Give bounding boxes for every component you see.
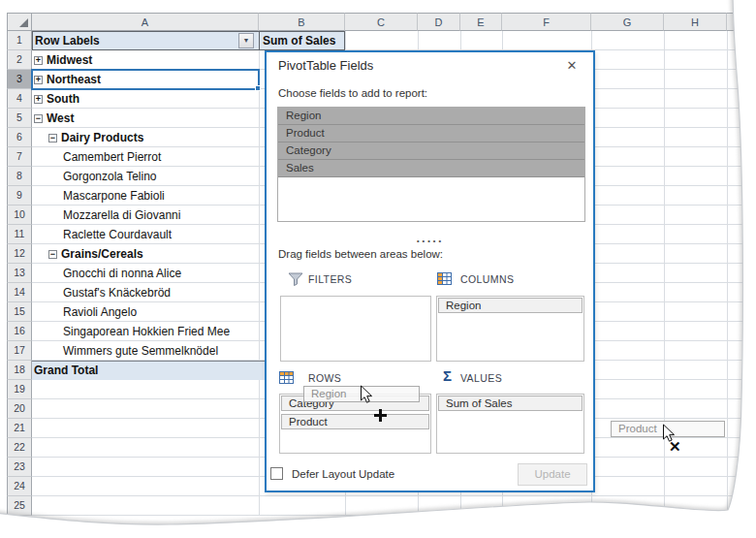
pivot-row[interactable]: Singaporean Hokkien Fried Mee xyxy=(32,322,259,341)
pivot-row-label: Grains/Cereals xyxy=(61,244,143,264)
gridline-vertical xyxy=(259,31,260,516)
update-button[interactable]: Update xyxy=(518,463,587,486)
pivot-row[interactable]: Gnocchi di nonna Alice xyxy=(32,264,259,283)
row-header-selected[interactable]: 3 xyxy=(7,70,32,89)
row-header[interactable]: 7 xyxy=(7,147,32,167)
column-header-c[interactable]: C xyxy=(345,13,418,31)
defer-layout-label: Defer Layout Update xyxy=(292,468,394,480)
cell-b1-sum-of-sales[interactable]: Sum of Sales xyxy=(260,32,344,49)
pivot-row[interactable]: Raclette Courdavault xyxy=(32,225,259,244)
pivot-row[interactable]: −West xyxy=(32,109,259,128)
expand-toggle-icon[interactable]: + xyxy=(34,56,43,65)
area-field-pill[interactable]: Region xyxy=(438,298,583,313)
row-header[interactable]: 23 xyxy=(7,458,32,477)
row-header[interactable]: 13 xyxy=(7,264,32,283)
drag-fields-label: Drag fields between areas below: xyxy=(278,248,443,260)
field-item[interactable]: Category xyxy=(278,142,584,160)
pivot-row[interactable]: Camembert Pierrot xyxy=(32,147,259,167)
field-item[interactable]: Product xyxy=(278,125,584,142)
column-header-f[interactable]: F xyxy=(502,13,591,31)
cell-a1-row-labels[interactable]: Row Labels xyxy=(33,32,260,49)
pivot-row[interactable]: Gorgonzola Telino xyxy=(32,167,259,186)
pivot-header-row: Row Labels Sum of Sales xyxy=(32,31,345,50)
pane-splitter-handle[interactable]: ..... xyxy=(267,235,593,242)
pivot-row[interactable]: Gustaf's Knäckebröd xyxy=(32,283,259,302)
column-header-g[interactable]: G xyxy=(591,13,664,31)
pivot-row[interactable]: −Grains/Cereals xyxy=(32,244,259,264)
expand-toggle-icon[interactable]: + xyxy=(34,95,43,104)
columns-area-icon xyxy=(437,272,452,285)
active-cell-selection[interactable] xyxy=(31,69,260,90)
select-all-corner[interactable] xyxy=(7,13,32,31)
field-item[interactable]: Sales xyxy=(278,160,584,177)
row-header[interactable]: 16 xyxy=(7,322,32,341)
row-header[interactable]: 25 xyxy=(7,496,32,516)
row-header[interactable]: 10 xyxy=(7,206,32,225)
choose-fields-label: Choose fields to add to report: xyxy=(278,87,427,99)
collapse-toggle-icon[interactable]: − xyxy=(48,250,57,259)
filters-area-box[interactable] xyxy=(280,296,431,362)
area-field-pill[interactable]: Sum of Sales xyxy=(438,396,583,411)
column-header-b[interactable]: B xyxy=(259,13,345,31)
row-header[interactable]: 11 xyxy=(7,225,32,244)
pivot-row-label: Camembert Pierrot xyxy=(63,147,161,167)
row-header[interactable]: 20 xyxy=(7,399,32,419)
collapse-toggle-icon[interactable]: − xyxy=(34,114,43,123)
pivot-row[interactable]: +Midwest xyxy=(32,50,259,70)
row-header[interactable]: 21 xyxy=(7,419,32,438)
row-header[interactable]: 15 xyxy=(7,302,32,322)
row-labels-filter-dropdown[interactable]: ▼ xyxy=(238,33,254,48)
close-icon[interactable]: ✕ xyxy=(563,57,581,75)
defer-layout-checkbox[interactable] xyxy=(270,467,283,480)
pivot-row[interactable]: +South xyxy=(32,89,259,109)
pivot-row-label: Midwest xyxy=(47,50,92,70)
pivot-row-label: Wimmers gute Semmelknödel xyxy=(63,341,218,361)
grand-total-row[interactable]: Grand Total xyxy=(32,361,268,380)
selection-fill-handle[interactable] xyxy=(255,85,261,91)
row-header[interactable]: 6 xyxy=(7,128,32,147)
row-header[interactable]: 14 xyxy=(7,283,32,302)
pivot-row[interactable]: Ravioli Angelo xyxy=(32,302,259,322)
values-area-box[interactable]: Sum of Sales xyxy=(436,394,584,454)
values-area-caption: VALUES xyxy=(460,372,502,384)
row-header[interactable]: 8 xyxy=(7,167,32,186)
row-header[interactable]: 2 xyxy=(7,50,32,70)
pivot-row-label: Gorgonzola Telino xyxy=(63,167,157,186)
pivot-row[interactable]: Wimmers gute Semmelknödel xyxy=(32,341,259,361)
column-headers: A B C D E F G H xyxy=(32,13,748,31)
row-header[interactable]: 5 xyxy=(7,109,32,128)
select-all-triangle-icon xyxy=(19,18,28,27)
row-header[interactable]: 17 xyxy=(7,341,32,361)
row-headers: 1 2 3 4 5 6 7 8 9 10 11 12 13 14 15 16 1… xyxy=(7,31,32,516)
pivot-row-label: Gustaf's Knäckebröd xyxy=(63,283,171,302)
column-header-a[interactable]: A xyxy=(32,13,259,31)
pivot-row[interactable]: −Dairy Products xyxy=(32,128,259,147)
rows-area-box[interactable]: Category Product xyxy=(279,394,431,454)
area-field-pill[interactable]: Product xyxy=(281,414,429,429)
row-header[interactable]: 18 xyxy=(7,361,32,380)
pivot-rows: +Midwest +Northeast +South −West −Dairy … xyxy=(32,50,259,361)
pivot-row[interactable]: Mascarpone Fabioli xyxy=(32,186,259,206)
column-header-h[interactable]: H xyxy=(664,13,727,31)
filter-funnel-icon xyxy=(288,272,303,286)
row-header[interactable]: 12 xyxy=(7,244,32,264)
row-header[interactable]: 24 xyxy=(7,477,32,496)
field-item[interactable]: Region xyxy=(278,108,584,125)
collapse-toggle-icon[interactable]: − xyxy=(48,134,57,142)
rows-area-icon xyxy=(279,371,294,384)
gridline-vertical xyxy=(727,31,728,516)
row-header[interactable]: 22 xyxy=(7,438,32,458)
pivot-row-label: Dairy Products xyxy=(61,128,143,147)
row-header[interactable]: 1 xyxy=(7,31,32,50)
copy-plus-icon xyxy=(379,409,382,422)
mouse-cursor-icon xyxy=(662,424,675,442)
pivot-row[interactable]: Mozzarella di Giovanni xyxy=(32,206,259,225)
row-header[interactable]: 9 xyxy=(7,186,32,206)
row-header[interactable]: 19 xyxy=(7,380,32,399)
column-header-e[interactable]: E xyxy=(460,13,502,31)
column-header-d[interactable]: D xyxy=(418,13,460,31)
pivot-row-label: Singaporean Hokkien Fried Mee xyxy=(63,322,230,341)
row-header[interactable]: 4 xyxy=(7,89,32,109)
columns-area-box[interactable]: Region xyxy=(436,296,584,362)
screenshot-canvas: A B C D E F G H 1 2 3 4 5 6 7 8 9 10 11 … xyxy=(0,0,756,538)
